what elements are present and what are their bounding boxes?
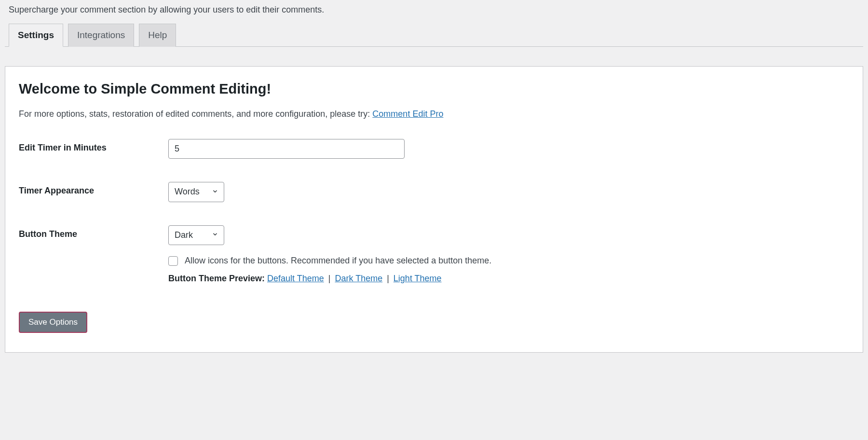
allow-icons-checkbox[interactable]	[168, 256, 178, 266]
button-theme-select[interactable]: Dark	[168, 225, 224, 245]
tab-settings[interactable]: Settings	[9, 24, 63, 47]
form-row-timer-appearance: Timer Appearance Words	[19, 182, 849, 202]
form-row-button-theme: Button Theme Dark Allow icons for the bu…	[19, 225, 849, 284]
preview-dark-link[interactable]: Dark Theme	[335, 274, 382, 283]
tab-integrations[interactable]: Integrations	[68, 24, 134, 47]
button-theme-label: Button Theme	[19, 225, 168, 239]
page-tagline: Supercharge your comment section by allo…	[5, 0, 863, 24]
allow-icons-label: Allow icons for the buttons. Recommended…	[185, 256, 491, 266]
preview-default-link[interactable]: Default Theme	[267, 274, 324, 283]
nav-tabs: Settings Integrations Help	[5, 24, 863, 47]
button-theme-preview: Button Theme Preview: Default Theme | Da…	[168, 274, 849, 284]
save-options-button[interactable]: Save Options	[19, 312, 87, 333]
preview-separator: |	[384, 274, 392, 283]
tab-help[interactable]: Help	[139, 24, 176, 47]
allow-icons-row: Allow icons for the buttons. Recommended…	[168, 256, 849, 266]
edit-timer-input[interactable]	[168, 139, 405, 159]
timer-appearance-select-wrapper: Words	[168, 182, 224, 202]
preview-label: Button Theme Preview:	[168, 274, 267, 283]
edit-timer-label: Edit Timer in Minutes	[19, 139, 168, 153]
form-row-edit-timer: Edit Timer in Minutes	[19, 139, 849, 159]
intro-text: For more options, stats, restoration of …	[19, 108, 849, 121]
timer-appearance-label: Timer Appearance	[19, 182, 168, 196]
intro-prefix: For more options, stats, restoration of …	[19, 109, 372, 119]
settings-card: Welcome to Simple Comment Editing! For m…	[5, 66, 863, 353]
card-title: Welcome to Simple Comment Editing!	[19, 81, 849, 97]
timer-appearance-select[interactable]: Words	[168, 182, 224, 202]
comment-edit-pro-link[interactable]: Comment Edit Pro	[372, 109, 443, 119]
preview-separator: |	[326, 274, 333, 283]
preview-light-link[interactable]: Light Theme	[393, 274, 442, 283]
button-theme-select-wrapper: Dark	[168, 225, 224, 245]
